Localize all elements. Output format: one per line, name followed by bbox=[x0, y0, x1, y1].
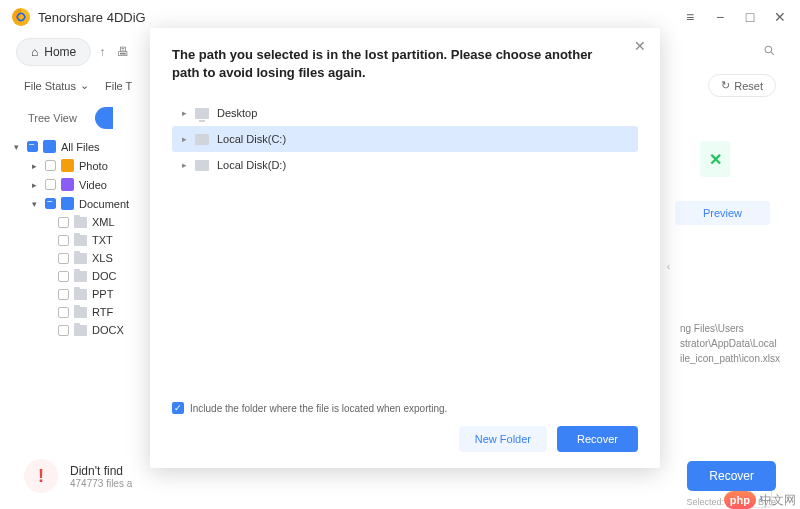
reset-button[interactable]: ↻ Reset bbox=[708, 74, 776, 97]
tree-row-ppt[interactable]: PPT bbox=[8, 285, 170, 303]
search-icon bbox=[763, 44, 776, 60]
watermark-text: 中文网 bbox=[760, 492, 796, 509]
caret-right-icon: ▸ bbox=[32, 161, 40, 171]
path-row-local-c[interactable]: ▸ Local Disk(C:) bbox=[172, 126, 638, 152]
checkbox[interactable] bbox=[45, 179, 56, 190]
watermark: php 中文网 bbox=[724, 491, 796, 509]
app-logo-icon bbox=[12, 8, 30, 26]
app-title: Tenorshare 4DDiG bbox=[38, 10, 146, 25]
caret-down-icon: ▾ bbox=[32, 199, 40, 209]
checkbox[interactable] bbox=[45, 160, 56, 171]
caret-right-icon: ▸ bbox=[182, 134, 187, 144]
checkbox[interactable] bbox=[27, 141, 38, 152]
scan-summary: Didn't find 474773 files a bbox=[70, 464, 132, 489]
tree-row-doc[interactable]: DOC bbox=[8, 267, 170, 285]
checkbox[interactable] bbox=[58, 271, 69, 282]
disk-icon bbox=[195, 160, 209, 171]
path-row-local-d[interactable]: ▸ Local Disk(D:) bbox=[172, 152, 638, 178]
caret-right-icon: ▸ bbox=[32, 180, 40, 190]
path-list: ▸ Desktop ▸ Local Disk(C:) ▸ Local Disk(… bbox=[172, 100, 638, 178]
folder-icon bbox=[43, 140, 56, 153]
tree-row-all-files[interactable]: ▾ All Files bbox=[8, 137, 170, 156]
document-icon bbox=[61, 197, 74, 210]
tree-row-video[interactable]: ▸ Video bbox=[8, 175, 170, 194]
folder-icon bbox=[74, 253, 87, 264]
tree-row-rtf[interactable]: RTF bbox=[8, 303, 170, 321]
tree-row-document[interactable]: ▾ Document bbox=[8, 194, 170, 213]
checkbox-checked[interactable]: ✓ bbox=[172, 402, 184, 414]
folder-icon bbox=[74, 271, 87, 282]
tree-row-xml[interactable]: XML bbox=[8, 213, 170, 231]
save-path-modal: ✕ The path you selected is in the lost p… bbox=[150, 28, 660, 468]
file-status-filter[interactable]: File Status ⌄ bbox=[24, 79, 89, 92]
home-label: Home bbox=[44, 45, 76, 59]
video-icon bbox=[61, 178, 74, 191]
modal-title: The path you selected is in the lost par… bbox=[172, 46, 638, 82]
checkbox[interactable] bbox=[58, 325, 69, 336]
caret-right-icon: ▸ bbox=[182, 108, 187, 118]
home-button[interactable]: ⌂ Home bbox=[16, 38, 91, 66]
menu-icon[interactable]: ≡ bbox=[682, 9, 698, 25]
path-row-desktop[interactable]: ▸ Desktop bbox=[172, 100, 638, 126]
caret-right-icon: ▸ bbox=[182, 160, 187, 170]
file-type-filter[interactable]: File T bbox=[105, 80, 132, 92]
svg-point-0 bbox=[765, 46, 772, 53]
checkbox[interactable] bbox=[45, 198, 56, 209]
checkbox[interactable] bbox=[58, 307, 69, 318]
tree-view-button[interactable]: Tree View bbox=[18, 108, 87, 128]
close-window-icon[interactable]: ✕ bbox=[772, 9, 788, 25]
modal-recover-button[interactable]: Recover bbox=[557, 426, 638, 452]
reset-icon: ↻ bbox=[721, 79, 730, 92]
file-thumbnail: ✕ bbox=[700, 141, 730, 177]
new-folder-button[interactable]: New Folder bbox=[459, 426, 547, 452]
caret-down-icon: ▾ bbox=[14, 142, 22, 152]
watermark-badge: php bbox=[724, 491, 756, 509]
up-icon[interactable]: ↑ bbox=[99, 45, 105, 59]
file-tree: ▾ All Files ▸ Photo ▸ Video ▾ bbox=[8, 137, 170, 339]
svg-line-1 bbox=[771, 52, 774, 55]
checkbox[interactable] bbox=[58, 253, 69, 264]
photo-icon bbox=[61, 159, 74, 172]
file-path-text: ng Files\Users strator\AppData\Local ile… bbox=[680, 321, 780, 366]
checkbox[interactable] bbox=[58, 235, 69, 246]
folder-icon bbox=[74, 235, 87, 246]
collapse-icon[interactable]: ‹ bbox=[667, 261, 670, 272]
chevron-down-icon: ⌄ bbox=[80, 79, 89, 92]
sidebar: Tree View ▾ All Files ▸ Photo ▸ Video bbox=[0, 101, 170, 509]
checkbox[interactable] bbox=[58, 217, 69, 228]
printer-icon[interactable]: 🖶 bbox=[117, 45, 129, 59]
home-icon: ⌂ bbox=[31, 45, 38, 59]
tree-row-txt[interactable]: TXT bbox=[8, 231, 170, 249]
include-folder-option[interactable]: ✓ Include the folder where the file is l… bbox=[172, 402, 447, 414]
warning-icon: ! bbox=[24, 459, 58, 493]
folder-icon bbox=[74, 217, 87, 228]
folder-icon bbox=[74, 289, 87, 300]
desktop-icon bbox=[195, 108, 209, 119]
tree-row-xls[interactable]: XLS bbox=[8, 249, 170, 267]
folder-icon bbox=[74, 307, 87, 318]
tree-row-docx[interactable]: DOCX bbox=[8, 321, 170, 339]
tree-row-photo[interactable]: ▸ Photo bbox=[8, 156, 170, 175]
view-toggle-pill[interactable] bbox=[95, 107, 113, 129]
preview-button[interactable]: Preview bbox=[675, 201, 770, 225]
recover-button[interactable]: Recover bbox=[687, 461, 776, 491]
folder-icon bbox=[74, 325, 87, 336]
maximize-icon[interactable]: □ bbox=[742, 9, 758, 25]
close-icon[interactable]: ✕ bbox=[634, 38, 646, 54]
minimize-icon[interactable]: − bbox=[712, 9, 728, 25]
checkbox[interactable] bbox=[58, 289, 69, 300]
disk-icon bbox=[195, 134, 209, 145]
